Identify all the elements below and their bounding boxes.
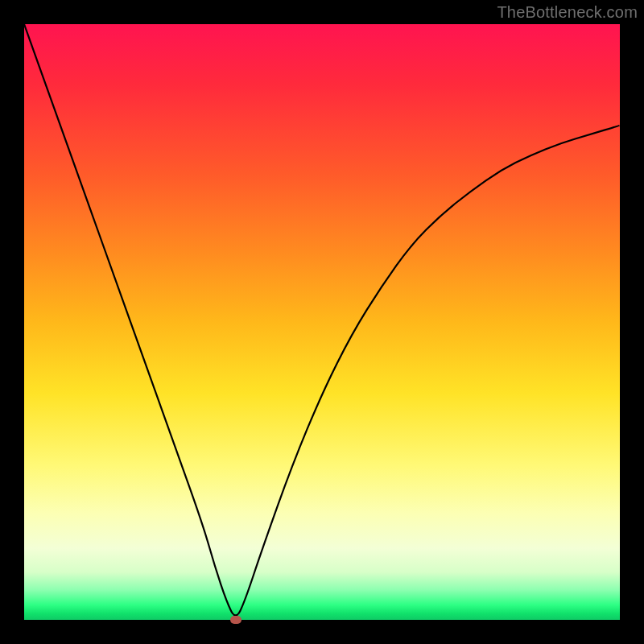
attribution-label: TheBottleneck.com [497, 3, 638, 22]
bottleneck-curve [24, 24, 620, 615]
chart-stage: TheBottleneck.com [0, 0, 644, 644]
plot-area [24, 24, 620, 620]
curve-svg [24, 24, 620, 620]
optimum-marker [230, 616, 242, 624]
